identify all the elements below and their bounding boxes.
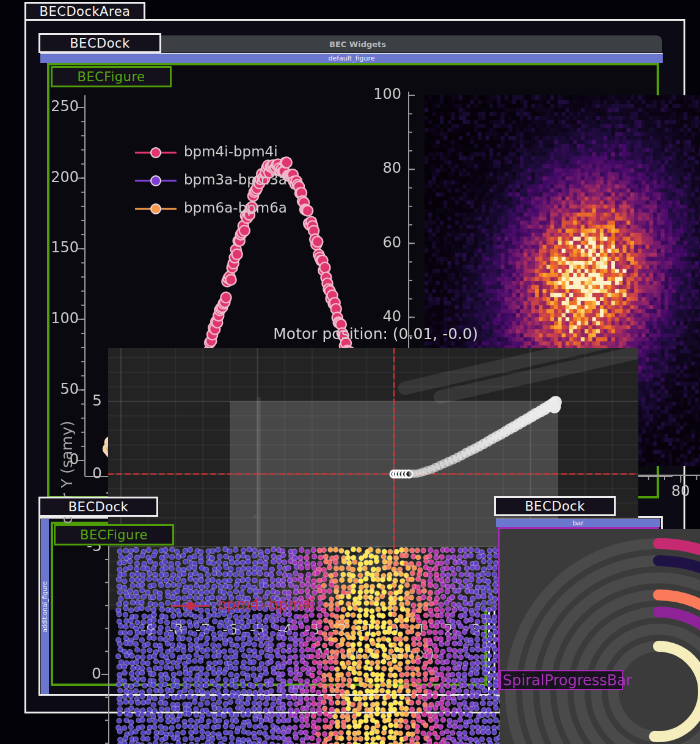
figure-label-text: BECFigure xyxy=(78,70,145,84)
dock-area-label-text: BECDockArea xyxy=(40,4,131,19)
figure-tab-vertical[interactable]: additional_figure xyxy=(41,519,49,694)
dock-label-text: BECDock xyxy=(70,36,130,51)
dock-title-text: BEC Widgets xyxy=(329,40,386,49)
figure-tab-text: default_figure xyxy=(328,54,374,62)
figure-label: BECFigure xyxy=(51,66,172,87)
dock-label: BECDock xyxy=(494,496,616,516)
splitter-handle[interactable] xyxy=(253,515,257,519)
spiral-progressbar-widget xyxy=(498,527,659,693)
dock-label-text: BECDock xyxy=(68,500,129,514)
dock-label: BECDock xyxy=(38,33,161,53)
bar-tab-text: bar xyxy=(572,519,583,527)
figure-tab[interactable]: default_figure xyxy=(40,53,663,63)
figure-label: BECFigure xyxy=(54,524,174,545)
dock-label: BECDock xyxy=(38,497,158,517)
spiral-progressbar-label: SpiralProgressBar xyxy=(500,670,623,690)
figure-tab-text: additional_figure xyxy=(42,581,48,632)
spiral-progressbar-canvas xyxy=(500,529,700,744)
dock-area-label: BECDockArea xyxy=(24,2,145,21)
spiral-progressbar-label-text: SpiralProgressBar xyxy=(503,672,632,689)
figure-label-text: BECFigure xyxy=(80,528,148,542)
dock-label-text: BECDock xyxy=(525,499,585,514)
bar-tab[interactable]: bar xyxy=(496,519,660,527)
splitter-handle[interactable] xyxy=(490,604,494,607)
